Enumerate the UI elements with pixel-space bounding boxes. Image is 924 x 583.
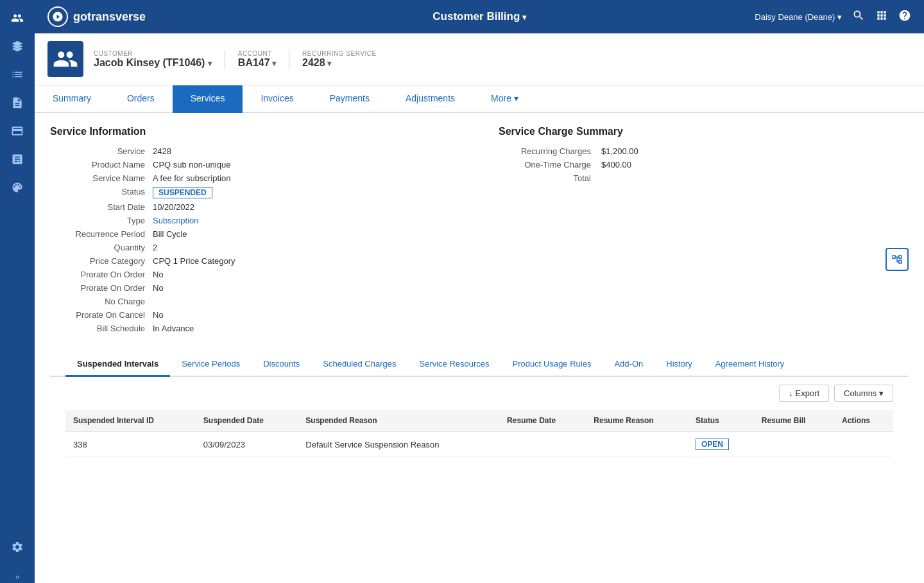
field-service: Service 2428 — [50, 146, 460, 156]
col-actions: Actions — [834, 410, 893, 432]
field-status-label: Status — [50, 187, 153, 198]
field-start-date-label: Start Date — [50, 202, 153, 212]
customer-avatar — [47, 41, 83, 77]
status-badge: SUSPENDED — [153, 187, 212, 198]
tab-summary[interactable]: Summary — [35, 85, 109, 113]
field-prorate-order-1-value: No — [153, 270, 164, 279]
credit-card-icon[interactable] — [6, 119, 29, 143]
sub-tabs: Suspended Intervals Service Periods Disc… — [50, 352, 909, 377]
field-service-name-value: A fee for subscription — [153, 173, 230, 183]
service-value[interactable]: 2428 — [302, 57, 377, 69]
cell-id: 338 — [65, 432, 196, 457]
col-resume-date: Resume Date — [499, 410, 586, 432]
cell-actions — [834, 432, 893, 457]
service-info-title: Service Information — [50, 126, 460, 137]
col-suspended-date: Suspended Date — [196, 410, 298, 432]
charge-onetime-value: $400.00 — [601, 160, 631, 170]
field-no-charge: No Charge — [50, 297, 460, 306]
customer-name-text: Jacob Kinsey (TF1046) — [94, 57, 205, 68]
charge-recurring-value: $1,200.00 — [601, 146, 638, 156]
expand-sidebar-button[interactable]: » — [13, 570, 22, 583]
help-icon[interactable] — [898, 9, 911, 25]
customer-dropdown-arrow[interactable]: ▾ — [208, 59, 212, 68]
layers-icon[interactable] — [6, 35, 29, 58]
cell-resume-date — [499, 432, 586, 457]
service-section: Service Information Service 2428 Product… — [35, 113, 924, 483]
customer-header: CUSTOMER Jacob Kinsey (TF1046) ▾ ACCOUNT… — [35, 33, 924, 85]
people-icon[interactable] — [6, 6, 29, 30]
columns-button[interactable]: Columns — [834, 385, 893, 402]
field-no-charge-label: No Charge — [50, 297, 153, 306]
subtab-scheduled-charges[interactable]: Scheduled Charges — [311, 352, 407, 377]
logo-circle — [47, 6, 68, 27]
export-button[interactable]: Export — [779, 385, 829, 402]
subtab-product-usage-rules[interactable]: Product Usage Rules — [501, 352, 603, 377]
grid-icon[interactable] — [875, 9, 888, 25]
search-icon[interactable] — [852, 9, 865, 25]
settings-icon[interactable] — [6, 535, 29, 559]
user-menu[interactable]: Daisy Deane (Deane) — [755, 12, 842, 22]
field-start-date: Start Date 10/20/2022 — [50, 202, 460, 212]
tab-orders[interactable]: Orders — [109, 85, 173, 113]
col-suspended-reason: Suspended Reason — [298, 410, 499, 432]
suspended-intervals-table: Suspended Interval ID Suspended Date Sus… — [65, 410, 893, 457]
field-type-value[interactable]: Subscription — [153, 216, 199, 225]
field-service-label: Service — [50, 146, 153, 156]
field-prorate-order-1-label: Prorate On Order — [50, 270, 153, 279]
field-price-category: Price Category CPQ 1 Price Category — [50, 256, 460, 266]
org-chart-icon[interactable] — [886, 248, 909, 271]
tab-services[interactable]: Services — [173, 85, 243, 113]
main-tabs: Summary Orders Services Invoices Payment… — [35, 85, 924, 113]
charge-total: Total — [499, 173, 909, 183]
document-icon[interactable] — [6, 91, 29, 114]
table-area: Export Columns Suspended Interval ID Sus… — [50, 377, 909, 470]
service-info-header: RECURRING SERVICE 2428 — [289, 50, 377, 69]
field-product-name-label: Product Name — [50, 160, 153, 170]
field-product-name: Product Name CPQ sub non-unique — [50, 160, 460, 170]
subtab-agreement-history[interactable]: Agreement History — [704, 352, 796, 377]
tab-payments[interactable]: Payments — [312, 85, 388, 113]
field-start-date-value: 10/20/2022 — [153, 202, 194, 212]
account-info: ACCOUNT BA147 — [225, 50, 289, 69]
list-icon[interactable] — [6, 63, 29, 86]
table-header-row: Suspended Interval ID Suspended Date Sus… — [65, 410, 893, 432]
subtab-add-on[interactable]: Add-On — [603, 352, 654, 377]
field-prorate-order-1: Prorate On Order No — [50, 270, 460, 279]
account-value[interactable]: BA147 — [238, 57, 276, 69]
field-recurrence: Recurrence Period Bill Cycle — [50, 229, 460, 239]
service-info-grid: Service Information Service 2428 Product… — [50, 126, 909, 337]
field-bill-schedule-label: Bill Schedule — [50, 324, 153, 333]
page-title[interactable]: Customer Billing — [432, 10, 526, 23]
charge-summary-title: Service Charge Summary — [499, 126, 909, 137]
field-service-name: Service Name A fee for subscription — [50, 173, 460, 183]
field-quantity-value: 2 — [153, 243, 157, 252]
account-label: ACCOUNT — [238, 50, 276, 57]
field-product-name-value: CPQ sub non-unique — [153, 160, 230, 170]
field-prorate-order-2-value: No — [153, 283, 164, 293]
tab-more[interactable]: More — [473, 85, 536, 113]
subtab-service-resources[interactable]: Service Resources — [407, 352, 501, 377]
cell-suspended-date: 03/09/2023 — [196, 432, 298, 457]
tab-invoices[interactable]: Invoices — [243, 85, 311, 113]
field-status: Status SUSPENDED — [50, 187, 460, 198]
table-toolbar: Export Columns — [65, 377, 893, 410]
open-badge: OPEN — [696, 439, 729, 450]
top-navigation: gotransverse Customer Billing Daisy Dean… — [35, 0, 924, 33]
customer-name[interactable]: Jacob Kinsey (TF1046) ▾ — [94, 57, 212, 69]
charge-recurring-label: Recurring Charges — [499, 146, 601, 156]
subtab-history[interactable]: History — [654, 352, 703, 377]
field-recurrence-label: Recurrence Period — [50, 229, 153, 239]
subtab-service-periods[interactable]: Service Periods — [170, 352, 252, 377]
palette-icon[interactable] — [6, 176, 29, 199]
service-information-section: Service Information Service 2428 Product… — [50, 126, 460, 337]
field-bill-schedule-value: In Advance — [153, 324, 194, 333]
charge-recurring: Recurring Charges $1,200.00 — [499, 146, 909, 156]
cell-suspended-reason: Default Service Suspension Reason — [298, 432, 499, 457]
tab-adjustments[interactable]: Adjustments — [388, 85, 473, 113]
charge-onetime: One-Time Charge $400.00 — [499, 160, 909, 170]
charge-total-label: Total — [499, 173, 601, 183]
sidebar: » — [0, 0, 35, 583]
subtab-suspended-intervals[interactable]: Suspended Intervals — [65, 352, 170, 377]
subtab-discounts[interactable]: Discounts — [252, 352, 311, 377]
calculator-icon[interactable] — [6, 148, 29, 171]
